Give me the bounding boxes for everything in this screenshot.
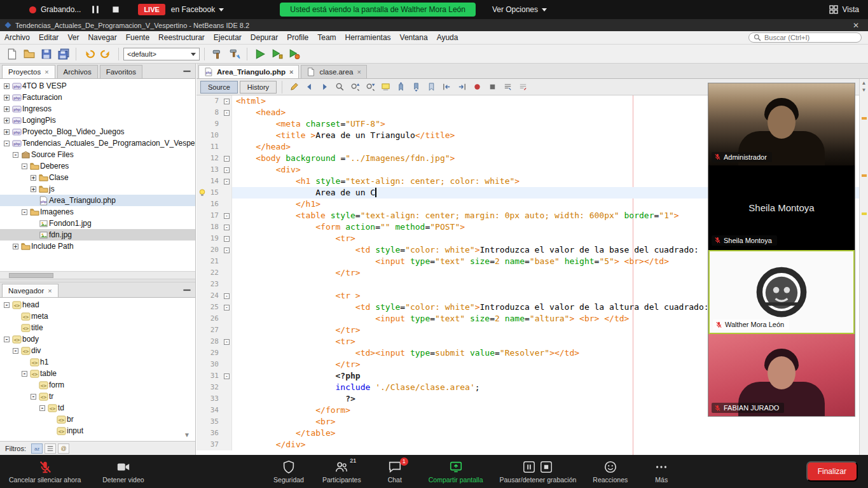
toolbar-new-file-button[interactable] <box>4 46 20 62</box>
menu-profile[interactable]: Profile <box>282 31 313 44</box>
fold-collapse-icon[interactable]: - <box>224 236 230 242</box>
editor-tab-clase-area[interactable]: clase.area× <box>301 65 367 78</box>
fold-collapse-icon[interactable]: - <box>224 339 230 345</box>
navigator-item-form[interactable]: <>form <box>0 379 195 391</box>
participant-walther-mora-le-n[interactable]: Walther Mora León <box>708 250 855 335</box>
navigator-item-meta[interactable]: <>meta <box>0 310 195 322</box>
close-icon[interactable]: × <box>357 69 361 76</box>
warning-mark[interactable] <box>862 213 867 215</box>
view-options-dropdown[interactable]: Ver Opciones <box>492 5 547 14</box>
editor-back-button[interactable] <box>303 80 316 94</box>
zoom-m-s-button[interactable]: Más <box>644 460 679 484</box>
navigator-item-input[interactable]: <>input <box>0 425 195 436</box>
toolbar-open-project-button[interactable] <box>21 46 37 62</box>
collapse-toggle-icon[interactable]: - <box>4 141 10 146</box>
zoom-compartir-pantalla-button[interactable]: Compartir pantalla <box>429 460 483 484</box>
navigator-item-td[interactable]: -<>td <box>0 402 195 414</box>
projects-horizontal-scrollbar[interactable] <box>0 271 195 279</box>
editor-tab-area-triangulo-php[interactable]: phpArea_Triangulo.php× <box>198 65 299 78</box>
expand-toggle-icon[interactable]: + <box>4 118 10 123</box>
toolbar-debug-button[interactable] <box>269 46 285 62</box>
project-item-tendencias-actuales-de-programacion-v-vespertino[interactable]: -phpTendencias_Actuales_De_Programacion_… <box>0 137 195 149</box>
navigator-item-title[interactable]: <>title <box>0 322 195 333</box>
collapse-toggle-icon[interactable]: - <box>13 152 18 158</box>
editor-find-next-button[interactable] <box>364 80 377 94</box>
vista-button[interactable]: Vista <box>829 4 859 15</box>
menu-ventana[interactable]: Ventana <box>396 31 432 44</box>
editor-macro-stop-button[interactable] <box>486 80 499 94</box>
quick-search-box[interactable] <box>748 32 862 43</box>
scroll-up-icon[interactable]: ▲ <box>862 80 867 86</box>
warning-mark[interactable] <box>862 117 867 120</box>
navigator-item-tr[interactable]: -<>tr <box>0 391 195 402</box>
zoom-seguridad-button[interactable]: Seguridad <box>272 460 306 484</box>
expand-toggle-icon[interactable]: + <box>13 244 18 249</box>
project-item-source-files[interactable]: -Source Files <box>0 149 195 160</box>
collapse-toggle-icon[interactable]: - <box>4 337 10 342</box>
project-item-js[interactable]: +js <box>0 183 195 195</box>
collapse-toggle-icon[interactable]: - <box>39 405 45 411</box>
code-line-36[interactable]: 36 </table> <box>196 428 859 439</box>
toolbar-undo-button[interactable] <box>81 46 97 62</box>
tab-favoritos[interactable]: Favoritos <box>100 65 142 78</box>
fold-collapse-icon[interactable]: - <box>224 156 230 162</box>
menu-ejecutar[interactable]: Ejecutar <box>209 31 246 44</box>
editor-next-bookmark-button[interactable] <box>410 80 423 94</box>
menu-ver[interactable]: Ver <box>63 31 83 44</box>
window-close-button[interactable]: ✕ <box>848 21 864 30</box>
editor-toggle-bookmark-button[interactable] <box>425 80 438 94</box>
editor-find-prev-button[interactable] <box>348 80 362 94</box>
view-source-button[interactable]: Source <box>200 81 238 94</box>
zoom-reacciones-button[interactable]: Reacciones <box>593 460 628 484</box>
zoom-cancelar-silenciar-ahora-button[interactable]: Cancelar silenciar ahora <box>9 460 81 484</box>
warning-mark[interactable] <box>862 174 867 177</box>
toolbar-save-button[interactable] <box>38 46 54 62</box>
menu-fuente[interactable]: Fuente <box>121 31 154 44</box>
toolbar-redo-button[interactable] <box>98 46 114 62</box>
project-item-include-path[interactable]: +Include Path <box>0 241 195 252</box>
zoom-detener-video-button[interactable]: Detener video <box>102 460 144 484</box>
editor-shift-left-button[interactable] <box>440 80 453 94</box>
zoom-pausar-detener-grabaci-n-button[interactable]: Pausar/detener grabación <box>500 460 577 484</box>
fold-collapse-icon[interactable]: - <box>224 179 230 185</box>
end-meeting-button[interactable]: Finalizar <box>806 461 858 482</box>
menu-reestructurar[interactable]: Reestructurar <box>154 31 209 44</box>
expand-toggle-icon[interactable]: + <box>31 186 36 192</box>
editor-uncomment-button[interactable] <box>516 80 530 94</box>
project-item-fondon1-jpg[interactable]: Fondon1.jpg <box>0 218 195 229</box>
fold-collapse-icon[interactable]: - <box>224 167 230 173</box>
collapse-toggle-icon[interactable]: - <box>31 394 36 400</box>
navigator-item-table[interactable]: -<>table <box>0 368 195 379</box>
project-item-clase[interactable]: +Clase <box>0 172 195 183</box>
editor-forward-button[interactable] <box>318 80 331 94</box>
navigator-item-div[interactable]: -<>div <box>0 345 195 356</box>
config-dropdown[interactable]: <default> <box>123 48 200 60</box>
menu-editar[interactable]: Editar <box>34 31 63 44</box>
toolbar-save-all-button[interactable] <box>55 46 71 62</box>
navigator-scroll-down-icon[interactable]: ▼ <box>184 431 190 438</box>
zoom-participantes-button[interactable]: 21Participantes <box>322 460 361 484</box>
minimize-panel-button[interactable] <box>183 67 191 75</box>
toolbar-clean-build-button[interactable] <box>226 46 242 62</box>
fold-collapse-icon[interactable]: - <box>224 225 230 230</box>
fold-collapse-icon[interactable]: - <box>224 99 230 104</box>
navigator-item-head[interactable]: -<>head <box>0 299 195 310</box>
fold-collapse-icon[interactable]: - <box>224 373 230 379</box>
tab-navegador[interactable]: Navegador× <box>2 284 59 297</box>
close-icon[interactable]: × <box>289 69 293 76</box>
project-item-proyecto-blog-video-juegos[interactable]: +phpProyecto_Blog_Video_Juegos <box>0 126 195 137</box>
collapse-toggle-icon[interactable]: - <box>22 371 27 377</box>
collapse-toggle-icon[interactable]: - <box>4 302 10 308</box>
project-item-ingresos[interactable]: +phpIngresos <box>0 103 195 115</box>
editor-shift-right-button[interactable] <box>455 80 469 94</box>
editor-find-selection-button[interactable] <box>333 80 347 94</box>
chevron-down-icon[interactable] <box>219 7 224 12</box>
menu-navegar[interactable]: Navegar <box>83 31 121 44</box>
editor-prev-bookmark-button[interactable] <box>394 80 408 94</box>
collapse-toggle-icon[interactable]: - <box>22 209 27 215</box>
participant-sheila-montoya[interactable]: Sheila MontoyaSheila Montoya <box>708 167 855 250</box>
filter-show-attributes-button[interactable]: @ <box>58 443 69 454</box>
toolbar-run-button[interactable] <box>252 46 268 62</box>
project-item-logingpis[interactable]: +phpLogingPis <box>0 115 195 126</box>
code-line-37[interactable]: 37 </div> <box>196 439 859 450</box>
